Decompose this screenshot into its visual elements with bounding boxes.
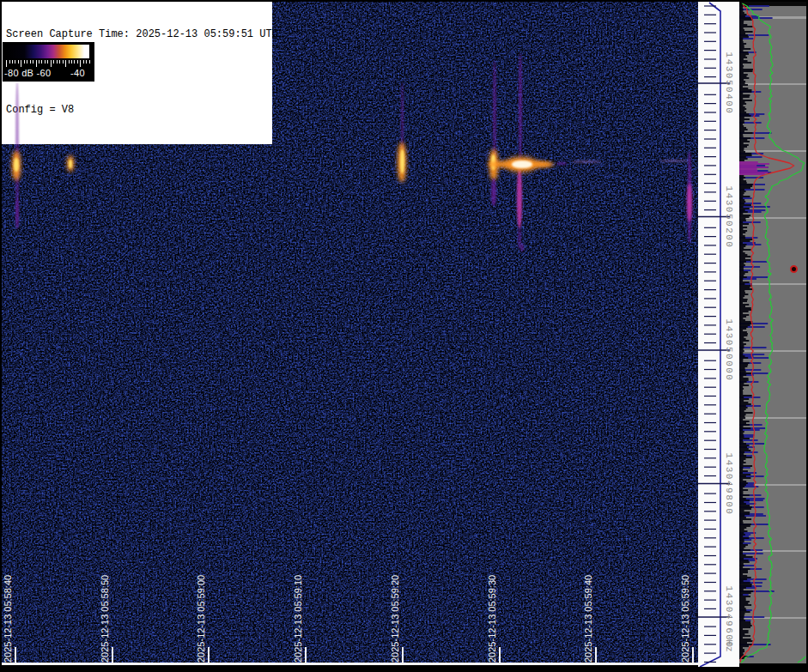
colorbar-tick — [45, 60, 46, 64]
colorbar-tick — [21, 60, 21, 67]
colorbar-tick — [77, 60, 78, 64]
echo-blob — [400, 149, 404, 173]
freq-unit-label: Hz — [724, 639, 734, 653]
peak-trace-corner — [798, 657, 805, 663]
time-tick — [499, 647, 501, 663]
colorbar-tick — [71, 60, 72, 64]
colorbar-tick — [69, 60, 70, 64]
colorbar-tick — [24, 60, 25, 64]
echo-blob — [556, 162, 567, 165]
colorbar-tick — [9, 60, 10, 64]
time-tick-label: 2025-12-13 05:59:30 — [487, 549, 498, 663]
colorbar-gradient — [6, 45, 89, 58]
time-tick-label: 2025-12-13 05:59:10 — [293, 549, 304, 663]
colorbar-tick — [12, 60, 13, 64]
colorbar-tick — [53, 60, 54, 64]
echo-blob — [512, 160, 532, 168]
freq-tick-label: 143049800 — [724, 452, 734, 515]
spectrum-panel — [739, 2, 806, 663]
colorbar-label-right: -40 — [70, 68, 85, 78]
time-tick — [208, 647, 210, 663]
echo-blob — [520, 244, 524, 251]
colorbar-tick — [57, 60, 58, 64]
echo-blob — [69, 160, 72, 168]
colorbar-tick — [36, 60, 37, 67]
histogram-bars-peak — [739, 161, 769, 175]
echo-blob — [15, 199, 19, 228]
spectrum-graphics — [739, 2, 806, 663]
colorbar-tick — [83, 60, 84, 64]
colorbar-tick — [18, 60, 19, 64]
echo-blob — [517, 168, 522, 228]
colorbar-tick — [80, 60, 81, 67]
colorbar-tick — [27, 60, 27, 64]
time-tick-label: 2025-12-13 05:59:20 — [390, 549, 401, 663]
time-tick — [595, 647, 597, 663]
colorbar-tick — [86, 60, 87, 64]
echo-blob — [519, 53, 522, 161]
echo-blob — [491, 179, 496, 206]
time-tick — [15, 647, 16, 663]
colorbar-tick — [65, 60, 66, 67]
colorbar-tick — [74, 60, 75, 64]
echo-blob — [687, 184, 692, 221]
time-tick-label: 2025-12-13 05:58:50 — [100, 549, 111, 663]
colorbar-tick — [39, 60, 39, 64]
time-tick-label: 2025-12-13 05:59:40 — [583, 549, 594, 663]
colorbar-tick — [63, 60, 64, 64]
colorbar-tick — [59, 60, 60, 64]
echo-blob — [659, 160, 689, 162]
colorbar-tick — [33, 60, 33, 64]
capture-time-text: Screen Capture Time: 2025-12-13 05:59:51… — [6, 28, 272, 41]
time-axis-baseline — [2, 663, 698, 665]
config-text: Config = V8 — [6, 104, 272, 117]
freq-tick-label: 143050200 — [724, 185, 734, 248]
colorbar-tick — [15, 60, 15, 64]
colorbar-label-left: -80 dB -60 — [4, 68, 51, 78]
colorbar-tick — [47, 60, 48, 64]
average-trace — [740, 3, 794, 663]
colorbar-tick — [6, 60, 7, 67]
echo-blob — [572, 160, 601, 163]
time-tick — [305, 647, 307, 663]
time-tick-label: 2025-12-13 05:58:40 — [3, 549, 14, 663]
frequency-axis-line — [700, 3, 720, 667]
echo-blob — [534, 162, 555, 166]
echo-blob — [14, 158, 19, 172]
time-tick — [692, 647, 694, 663]
time-tick-label: 2025-12-13 05:59:50 — [680, 549, 691, 663]
colorbar-tick — [89, 60, 90, 64]
freq-tick-label: 143050000 — [724, 319, 734, 382]
freq-tick-label: 143050400 — [724, 52, 734, 115]
time-tick — [112, 647, 113, 663]
time-tick-label: 2025-12-13 05:59:00 — [196, 549, 207, 663]
colorbar-tick — [51, 60, 52, 67]
screen-capture-root: Screen Capture Time: 2025-12-13 05:59:51… — [0, 0, 808, 672]
db-colorbar: -80 dB -60 -40 — [2, 42, 94, 82]
colorbar-tick — [30, 60, 31, 64]
time-tick — [402, 647, 404, 663]
colorbar-tick — [41, 60, 42, 64]
